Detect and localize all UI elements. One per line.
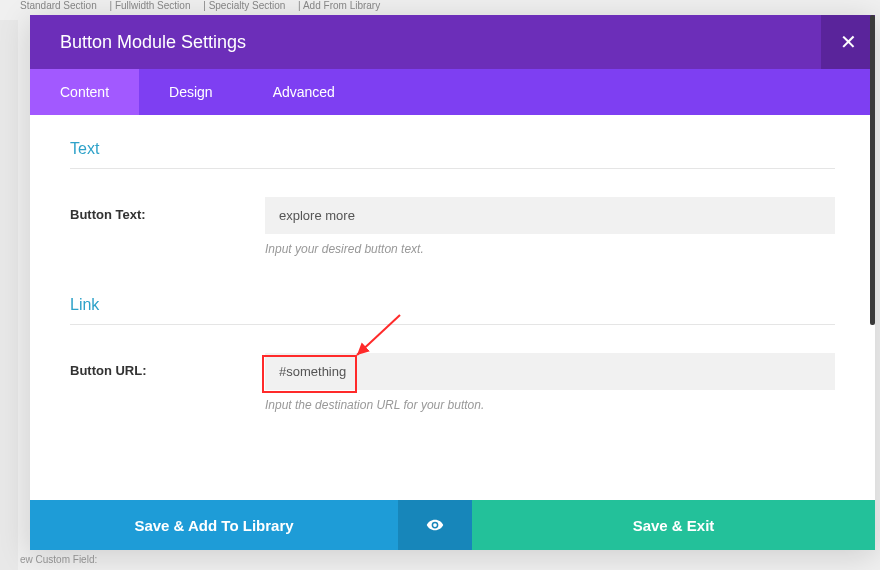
- modal-footer: Save & Add To Library Save & Exit: [30, 500, 875, 550]
- modal-header: Button Module Settings ✕: [30, 15, 875, 69]
- background-bottom-text: ew Custom Field:: [0, 550, 880, 570]
- modal-content: Text Button Text: Input your desired but…: [30, 115, 875, 500]
- close-button[interactable]: ✕: [821, 15, 875, 69]
- background-section-tabs: Standard Section | Fullwidth Section | S…: [0, 0, 880, 12]
- label-button-url: Button URL:: [70, 353, 265, 390]
- field-button-url: Button URL:: [70, 353, 835, 390]
- section-title-text: Text: [70, 140, 835, 169]
- modal-title: Button Module Settings: [30, 32, 821, 53]
- input-button-url[interactable]: [265, 353, 835, 390]
- save-add-library-button[interactable]: Save & Add To Library: [30, 500, 398, 550]
- input-button-text[interactable]: [265, 197, 835, 234]
- label-button-text: Button Text:: [70, 197, 265, 234]
- preview-button[interactable]: [398, 500, 472, 550]
- tab-design[interactable]: Design: [139, 69, 243, 115]
- section-title-link: Link: [70, 296, 835, 325]
- tab-content[interactable]: Content: [30, 69, 139, 115]
- scrollbar-thumb[interactable]: [870, 15, 875, 325]
- eye-icon: [426, 516, 444, 534]
- close-icon: ✕: [840, 30, 857, 54]
- save-exit-button[interactable]: Save & Exit: [472, 500, 875, 550]
- settings-modal: Button Module Settings ✕ Content Design …: [30, 15, 875, 550]
- background-left-panel: [0, 20, 18, 570]
- help-button-url: Input the destination URL for your butto…: [265, 398, 835, 412]
- tabs-bar: Content Design Advanced: [30, 69, 875, 115]
- field-button-text: Button Text:: [70, 197, 835, 234]
- help-button-text: Input your desired button text.: [265, 242, 835, 256]
- tab-advanced[interactable]: Advanced: [243, 69, 365, 115]
